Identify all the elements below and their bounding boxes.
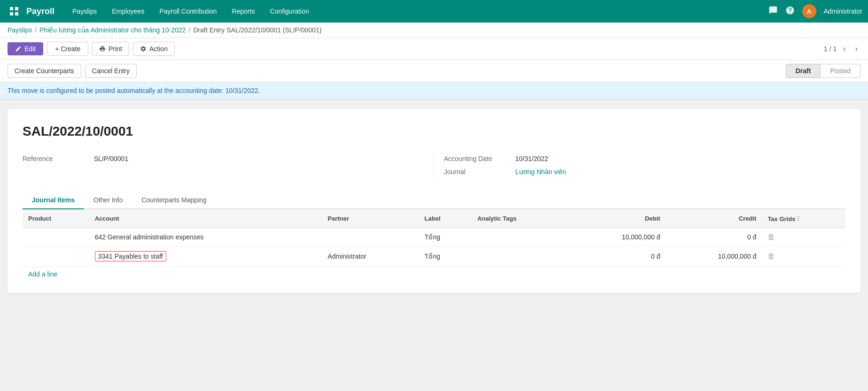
accounting-date-value: 10/31/2022 (515, 155, 548, 162)
row1-debit: 10,000,000 đ (570, 228, 666, 246)
pagination: 1 / 1 ‹ › (824, 44, 860, 54)
app-title: Payroll (26, 7, 54, 16)
journal-items-table: Product Account Partner Label Analytic T… (23, 209, 845, 267)
row1-product (23, 228, 89, 246)
field-journal: Journal Lương Nhân viên (444, 165, 845, 178)
user-avatar[interactable]: A (802, 4, 816, 18)
row2-delete-button[interactable]: 🗑 (767, 252, 775, 261)
top-navigation: Payroll Payslips Employees Payroll Contr… (0, 0, 868, 23)
accounting-date-label: Accounting Date (444, 155, 510, 162)
breadcrumb: Payslips / Phiếu lương của Administrator… (0, 23, 868, 38)
pagination-next[interactable]: › (852, 44, 860, 54)
nav-reports[interactable]: Reports (225, 4, 262, 19)
cancel-entry-button[interactable]: Cancel Entry (85, 64, 137, 78)
row1-account[interactable]: 642 General administration expenses (89, 228, 322, 246)
col-account: Account (89, 209, 322, 228)
breadcrumb-draft: Draft Entry SAL/2022/10/0001 (SLIP/00001… (193, 26, 321, 34)
add-line-link[interactable]: Add a line (23, 267, 63, 282)
table-row: 642 General administration expenses Tổng… (23, 228, 845, 246)
table-row: 3341 Payables to staff Administrator Tổn… (23, 246, 845, 267)
print-button[interactable]: Print (92, 42, 129, 56)
svg-rect-2 (10, 12, 13, 15)
field-accounting-date: Accounting Date 10/31/2022 (444, 152, 845, 165)
row2-account[interactable]: 3341 Payables to staff (89, 246, 322, 267)
svg-rect-1 (15, 7, 18, 10)
column-settings-button[interactable]: ⁝ (797, 214, 799, 223)
reference-value: SLIP/00001 (94, 155, 128, 162)
action-bar: Create Counterparts Cancel Entry Draft P… (0, 60, 868, 82)
row2-debit: 0 đ (570, 246, 666, 267)
user-name[interactable]: Administrator (824, 8, 862, 15)
main-content: SAL/2022/10/0001 Reference SLIP/00001 Ac… (0, 100, 868, 302)
form-card: SAL/2022/10/0001 Reference SLIP/00001 Ac… (8, 109, 860, 293)
svg-rect-3 (15, 12, 18, 15)
status-posted[interactable]: Posted (820, 64, 860, 78)
nav-employees[interactable]: Employees (105, 4, 151, 19)
tab-other-info[interactable]: Other Info (84, 192, 132, 209)
tabs-bar: Journal Items Other Info Counterparts Ma… (23, 192, 845, 209)
fields-grid: Reference SLIP/00001 Accounting Date 10/… (23, 152, 845, 178)
row2-product (23, 246, 89, 267)
row2-analytic-tags (472, 246, 569, 267)
pagination-text: 1 / 1 (824, 45, 837, 53)
help-icon[interactable] (785, 6, 795, 17)
nav-payslips[interactable]: Payslips (66, 4, 103, 19)
row2-tax-grids: 🗑 (762, 246, 845, 267)
col-tax-grids: Tax Grids ⁝ (762, 209, 845, 228)
breadcrumb-sep-2: / (189, 26, 191, 34)
row2-label: Tổng (419, 246, 472, 267)
chat-icon[interactable] (768, 6, 778, 17)
status-group: Draft Posted (786, 64, 860, 78)
row1-credit: 0 đ (666, 228, 762, 246)
journal-label: Journal (444, 168, 510, 176)
tab-counterparts-mapping[interactable]: Counterparts Mapping (132, 192, 216, 209)
edit-button[interactable]: Edit (8, 42, 43, 55)
journal-value[interactable]: Lương Nhân viên (515, 168, 566, 176)
col-analytic-tags: Analytic Tags (472, 209, 569, 228)
pagination-prev[interactable]: ‹ (840, 44, 848, 54)
left-fields: Reference SLIP/00001 (23, 152, 434, 178)
create-button[interactable]: + Create (47, 42, 88, 56)
col-product: Product (23, 209, 89, 228)
row1-tax-grids: 🗑 (762, 228, 845, 246)
row1-label: Tổng (419, 228, 472, 246)
row2-partner: Administrator (322, 246, 419, 267)
breadcrumb-payslip[interactable]: Phiếu lương của Administrator cho tháng … (39, 26, 186, 34)
info-banner-text: This move is configured to be posted aut… (8, 87, 260, 94)
col-label: Label (419, 209, 472, 228)
info-banner: This move is configured to be posted aut… (0, 82, 868, 100)
svg-rect-0 (10, 7, 13, 10)
col-partner: Partner (322, 209, 419, 228)
col-credit: Credit (666, 209, 762, 228)
tab-journal-items[interactable]: Journal Items (23, 192, 84, 209)
reference-label: Reference (23, 155, 88, 162)
app-grid-icon[interactable] (6, 3, 23, 20)
toolbar: Edit + Create Print Action 1 / 1 ‹ › (0, 38, 868, 60)
breadcrumb-sep-1: / (35, 26, 37, 34)
right-fields: Accounting Date 10/31/2022 Journal Lương… (434, 152, 845, 178)
col-debit: Debit (570, 209, 666, 228)
row2-credit: 10,000,000 đ (666, 246, 762, 267)
document-id: SAL/2022/10/0001 (23, 124, 845, 139)
row1-analytic-tags (472, 228, 569, 246)
nav-payroll-contribution[interactable]: Payroll Contribution (153, 4, 223, 19)
nav-configuration[interactable]: Configuration (264, 4, 316, 19)
breadcrumb-payslips[interactable]: Payslips (8, 26, 32, 34)
status-draft[interactable]: Draft (786, 64, 821, 78)
nav-right: A Administrator (768, 4, 862, 18)
action-button[interactable]: Action (133, 42, 175, 56)
field-reference: Reference SLIP/00001 (23, 152, 415, 165)
nav-items: Payslips Employees Payroll Contribution … (66, 4, 768, 19)
row1-partner (322, 228, 419, 246)
row1-delete-button[interactable]: 🗑 (767, 233, 775, 241)
create-counterparts-button[interactable]: Create Counterparts (8, 64, 81, 78)
